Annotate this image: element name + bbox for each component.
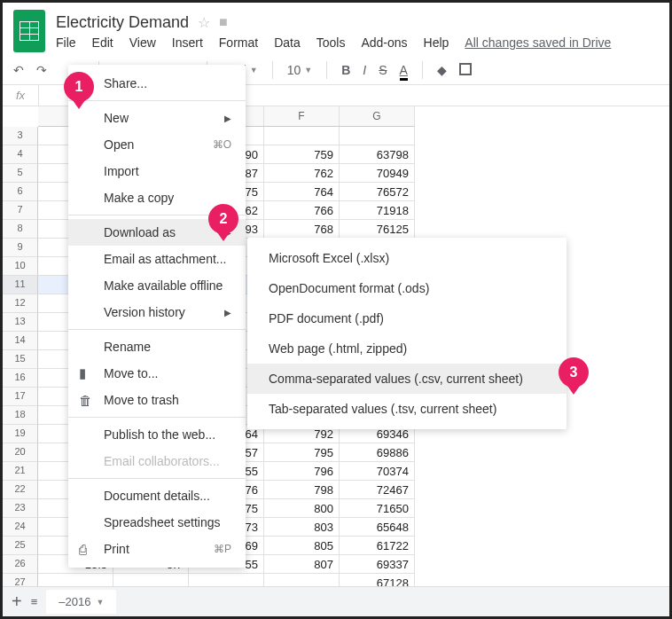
sheet-tabs-bar: + ≡ –2016▼: [3, 586, 669, 616]
menu-doc-details[interactable]: Document details...: [68, 482, 246, 509]
cell[interactable]: 807: [264, 555, 340, 574]
menu-view[interactable]: View: [129, 35, 156, 50]
cell[interactable]: 70374: [340, 462, 415, 481]
cell[interactable]: 800: [264, 499, 340, 518]
cell[interactable]: 795: [264, 443, 340, 462]
row-header[interactable]: 16: [3, 369, 38, 388]
cell[interactable]: 71650: [340, 499, 415, 518]
borders-button[interactable]: [459, 63, 472, 78]
row-header[interactable]: 14: [3, 332, 38, 350]
submenu-ods[interactable]: OpenDocument format (.ods): [247, 273, 567, 303]
row-header[interactable]: 3: [3, 127, 38, 145]
doc-title[interactable]: Electricity Demand: [56, 13, 189, 32]
cell[interactable]: 65648: [340, 518, 415, 537]
cell[interactable]: 76572: [340, 183, 415, 201]
submenu-pdf[interactable]: PDF document (.pdf): [247, 303, 567, 333]
column-header[interactable]: G: [340, 106, 415, 127]
menu-make-offline[interactable]: Make available offline: [68, 272, 246, 299]
row-header[interactable]: 24: [3, 518, 38, 537]
cell[interactable]: 76125: [340, 220, 415, 239]
redo-icon[interactable]: ↷: [36, 63, 47, 77]
cell[interactable]: [340, 127, 415, 145]
sheets-logo[interactable]: [13, 10, 45, 52]
row-header[interactable]: 18: [3, 406, 38, 425]
menu-addons[interactable]: Add-ons: [361, 35, 407, 50]
row-header[interactable]: 22: [3, 481, 38, 499]
submenu-tsv[interactable]: Tab-separated values (.tsv, current shee…: [247, 394, 567, 424]
row-header[interactable]: 21: [3, 462, 38, 481]
menu-print[interactable]: ⎙Print⌘P: [68, 536, 246, 562]
cell[interactable]: 72467: [340, 481, 415, 499]
italic-button[interactable]: I: [363, 63, 366, 77]
strikethrough-button[interactable]: S: [379, 63, 387, 77]
menu-rename[interactable]: Rename: [68, 333, 246, 360]
menu-edit[interactable]: Edit: [92, 35, 113, 50]
cell[interactable]: 759: [264, 145, 340, 164]
menu-email-attachment[interactable]: Email as attachment...: [68, 246, 246, 272]
menu-move-to-trash[interactable]: 🗑Move to trash: [68, 387, 246, 413]
cell[interactable]: 63798: [340, 145, 415, 164]
row-header[interactable]: 20: [3, 443, 38, 462]
row-header[interactable]: 4: [3, 145, 38, 164]
cell[interactable]: 69886: [340, 443, 415, 462]
row-header[interactable]: 19: [3, 425, 38, 443]
row-header[interactable]: 25: [3, 537, 38, 555]
row-header[interactable]: 23: [3, 499, 38, 518]
row-header[interactable]: 26: [3, 555, 38, 574]
row-header[interactable]: 8: [3, 220, 38, 239]
row-header[interactable]: 17: [3, 388, 38, 406]
row-header[interactable]: 13: [3, 313, 38, 332]
menu-import[interactable]: Import: [68, 158, 246, 184]
cell[interactable]: 768: [264, 220, 340, 239]
column-header[interactable]: F: [264, 106, 340, 127]
bold-button[interactable]: B: [341, 63, 350, 77]
menu-data[interactable]: Data: [274, 35, 301, 50]
submenu-xlsx[interactable]: Microsoft Excel (.xlsx): [247, 243, 567, 273]
cell[interactable]: 71918: [340, 201, 415, 220]
row-header[interactable]: 5: [3, 164, 38, 183]
menu-new[interactable]: New▶: [68, 105, 246, 131]
cell[interactable]: 69337: [340, 555, 415, 574]
sheet-tab[interactable]: –2016▼: [46, 590, 116, 614]
menu-file[interactable]: File: [56, 35, 76, 50]
font-size-select[interactable]: 10▼: [287, 63, 313, 77]
row-header[interactable]: 7: [3, 201, 38, 220]
save-status[interactable]: All changes saved in Drive: [465, 35, 611, 50]
submenu-html[interactable]: Web page (.html, zipped): [247, 333, 567, 364]
cell[interactable]: [264, 127, 340, 145]
row-header[interactable]: 15: [3, 350, 38, 369]
cell[interactable]: 805: [264, 537, 340, 555]
submenu-csv[interactable]: Comma-separated values (.csv, current sh…: [247, 364, 567, 394]
row-header[interactable]: 6: [3, 183, 38, 201]
star-icon[interactable]: ☆: [198, 14, 210, 31]
menu-insert[interactable]: Insert: [172, 35, 203, 50]
menu-publish[interactable]: Publish to the web...: [68, 421, 246, 448]
cell[interactable]: 70949: [340, 164, 415, 183]
undo-icon[interactable]: ↶: [13, 63, 24, 77]
menu-help[interactable]: Help: [424, 35, 449, 50]
row-header[interactable]: 9: [3, 239, 38, 257]
cell[interactable]: 796: [264, 462, 340, 481]
add-sheet-button[interactable]: +: [12, 592, 22, 612]
fill-color-button[interactable]: ◆: [437, 63, 447, 77]
menu-spreadsheet-settings[interactable]: Spreadsheet settings: [68, 509, 246, 536]
menu-format[interactable]: Format: [219, 35, 258, 50]
row-header[interactable]: 11: [3, 276, 38, 294]
menu-version-history[interactable]: Version history▶: [68, 299, 246, 325]
cell[interactable]: 766: [264, 201, 340, 220]
menu-tools[interactable]: Tools: [316, 35, 346, 50]
menu-share[interactable]: Share...: [68, 70, 246, 97]
cell[interactable]: 803: [264, 518, 340, 537]
all-sheets-button[interactable]: ≡: [31, 595, 38, 608]
row-header[interactable]: 12: [3, 294, 38, 313]
cell[interactable]: 61722: [340, 537, 415, 555]
callout-2: 2: [208, 204, 238, 234]
menu-open[interactable]: Open⌘O: [68, 131, 246, 158]
folder-icon[interactable]: ■: [219, 14, 228, 30]
menu-move-to[interactable]: ▮Move to...: [68, 360, 246, 387]
cell[interactable]: 762: [264, 164, 340, 183]
cell[interactable]: 764: [264, 183, 340, 201]
text-color-button[interactable]: A: [400, 63, 408, 77]
cell[interactable]: 798: [264, 481, 340, 499]
row-header[interactable]: 10: [3, 257, 38, 276]
